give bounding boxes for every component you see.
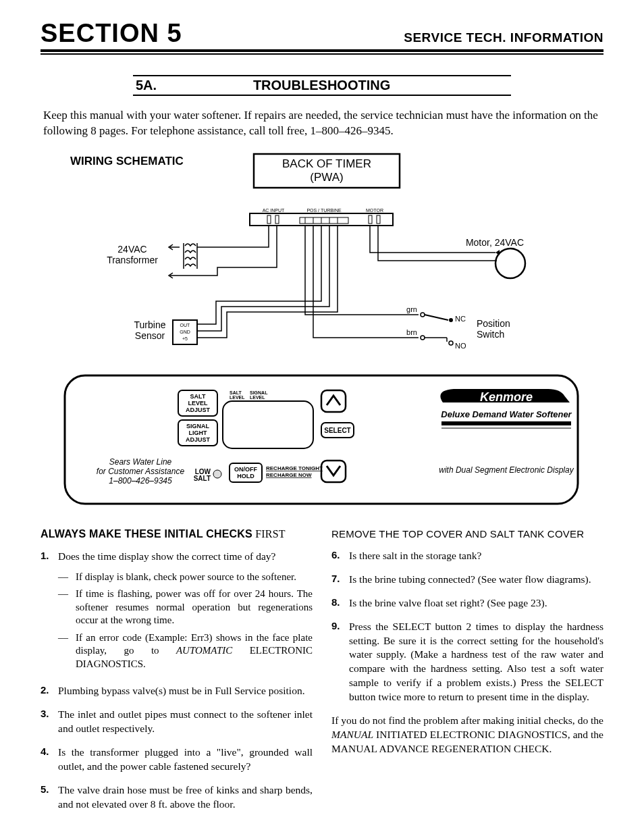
svg-text:AC INPUT: AC INPUT — [263, 208, 285, 213]
svg-text:SALT: SALT — [190, 393, 206, 400]
svg-text:ON/OFF: ON/OFF — [234, 466, 257, 473]
section-title: SECTION 5 — [41, 19, 182, 48]
left-heading: ALWAYS MAKE THESE INITIAL CHECKS FIRST — [41, 528, 313, 540]
svg-text:RECHARGE TONIGHT: RECHARGE TONIGHT — [266, 465, 323, 471]
transformer-label-1: 24VAC — [117, 244, 146, 255]
intro-paragraph: Keep this manual with your water softene… — [43, 108, 601, 139]
svg-text:Position: Position — [477, 318, 510, 329]
subheading-number: 5A. — [133, 78, 157, 93]
subheading-block: 5A. TROUBLESHOOTING — [133, 75, 511, 96]
svg-rect-14 — [377, 215, 380, 224]
svg-text:LEVEL: LEVEL — [188, 400, 208, 407]
svg-text:MOTOR: MOTOR — [366, 208, 383, 213]
svg-text:SELECT: SELECT — [324, 427, 350, 434]
svg-text:RECHARGE NOW: RECHARGE NOW — [266, 472, 312, 478]
svg-text:SALT: SALT — [230, 390, 242, 395]
svg-text:LEVEL: LEVEL — [230, 395, 245, 400]
svg-rect-57 — [223, 401, 313, 448]
svg-text:for Customer Assistance: for Customer Assistance — [97, 467, 185, 476]
svg-point-44 — [213, 470, 221, 478]
wiring-schematic: WIRING SCHEMATIC BACK OF TIMER (PWA) AC … — [41, 153, 603, 511]
transformer-label-2: Transformer — [107, 255, 158, 265]
svg-rect-66 — [321, 461, 346, 482]
header-underline — [41, 53, 603, 55]
svg-text:with Dual Segment Electronic D: with Dual Segment Electronic Display — [439, 465, 574, 475]
svg-rect-7 — [300, 217, 348, 224]
svg-text:ADJUST: ADJUST — [186, 407, 211, 413]
check-item-2: 2.Plumbing bypass valve(s) must be in Fu… — [41, 684, 313, 698]
check-item-4: 4.Is the transformer plugged into a "liv… — [41, 746, 313, 774]
subheading-title: TROUBLESHOOTING — [157, 78, 487, 93]
check-item-7: 7.Is the brine tubing connected? (See wa… — [331, 573, 603, 587]
svg-text:Kenmore: Kenmore — [480, 390, 533, 404]
svg-text:Switch: Switch — [477, 329, 504, 340]
svg-rect-6 — [275, 215, 279, 224]
svg-rect-63 — [321, 390, 346, 412]
check-item-1: 1. Does the time display show the correc… — [41, 550, 313, 675]
svg-point-28 — [421, 336, 425, 340]
svg-point-30 — [449, 318, 453, 322]
svg-text:Deluxe Demand Water Softener: Deluxe Demand Water Softener — [441, 409, 572, 419]
right-heading: REMOVE THE TOP COVER AND SALT TANK COVER — [331, 528, 603, 540]
svg-text:SALT: SALT — [194, 475, 211, 482]
check-item-9: 9.Press the SELECT button 2 times to dis… — [331, 620, 603, 705]
svg-text:OUT: OUT — [180, 323, 191, 328]
section-subtitle: SERVICE TECH. INFORMATION — [404, 30, 603, 45]
check-item-3: 3.The inlet and outlet pipes must connec… — [41, 708, 313, 736]
initial-checks: ALWAYS MAKE THESE INITIAL CHECKS FIRST 1… — [41, 528, 603, 821]
svg-line-29 — [425, 315, 448, 320]
svg-rect-69 — [441, 421, 571, 425]
svg-point-31 — [449, 341, 453, 345]
wiring-title: WIRING SCHEMATIC — [70, 155, 184, 167]
closing-paragraph: If you do not find the problem after mak… — [331, 714, 603, 756]
svg-text:GND: GND — [180, 330, 190, 334]
check-item-8: 8.Is the brine valve float set right? (S… — [331, 596, 603, 610]
left-column: ALWAYS MAKE THESE INITIAL CHECKS FIRST 1… — [41, 528, 313, 821]
svg-point-18 — [495, 249, 525, 278]
right-column: REMOVE THE TOP COVER AND SALT TANK COVER… — [331, 528, 603, 821]
svg-text:SIGNAL: SIGNAL — [186, 423, 210, 429]
svg-text:grn: grn — [406, 305, 417, 313]
check-item-6: 6.Is there salt in the storage tank? — [331, 549, 603, 563]
svg-text:POS / TURBINE: POS / TURBINE — [306, 208, 342, 213]
svg-text:Sensor: Sensor — [135, 330, 165, 341]
svg-rect-5 — [267, 215, 271, 224]
page-header: SECTION 5 SERVICE TECH. INFORMATION — [41, 19, 603, 52]
svg-rect-13 — [369, 215, 372, 224]
svg-text:HOLD: HOLD — [237, 473, 254, 479]
timer-line2: (PWA) — [310, 171, 343, 184]
svg-text:LEVEL: LEVEL — [250, 395, 265, 400]
svg-point-27 — [421, 313, 425, 317]
svg-text:ADJUST: ADJUST — [186, 436, 211, 443]
svg-text:NO: NO — [455, 342, 466, 350]
svg-text:LIGHT: LIGHT — [189, 429, 207, 436]
svg-text:Motor, 24VAC: Motor, 24VAC — [466, 237, 524, 248]
svg-text:SIGNAL: SIGNAL — [250, 390, 268, 395]
timer-line1: BACK OF TIMER — [282, 157, 371, 170]
svg-text:Sears Water Line: Sears Water Line — [109, 457, 172, 467]
svg-text:Turbine: Turbine — [134, 319, 166, 330]
check-item-5: 5.The valve drain hose must be free of k… — [41, 783, 313, 812]
svg-text:NC: NC — [455, 315, 466, 323]
svg-text:+5: +5 — [182, 336, 188, 341]
svg-text:1–800–426–9345: 1–800–426–9345 — [109, 476, 172, 486]
svg-text:brn: brn — [406, 328, 417, 336]
